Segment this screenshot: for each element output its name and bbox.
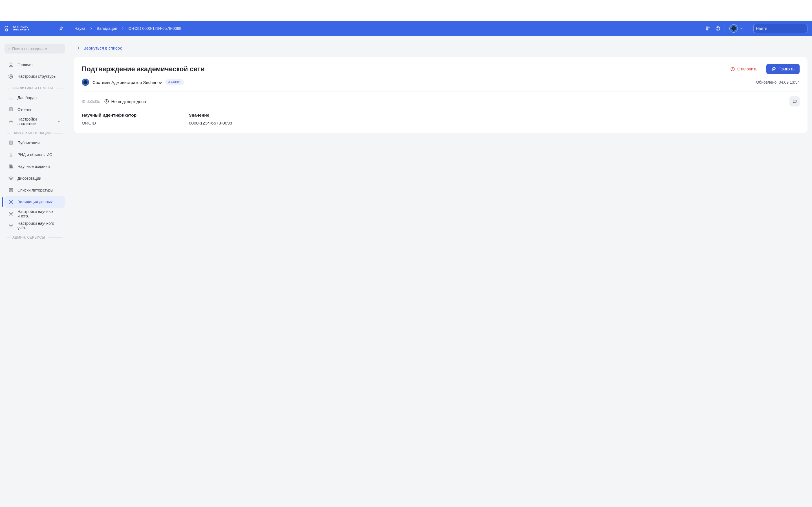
brand-logo[interactable]: Sechenov University [3, 24, 56, 33]
svg-point-20 [10, 121, 12, 122]
user-id-pill: AAA001 [165, 79, 184, 86]
sidebar-item-dashboards[interactable]: Дашборды [4, 92, 65, 104]
sidebar-item-home[interactable]: Главная [4, 59, 65, 70]
breadcrumb: Наука Валидация ORCID 0000-1234-6578-009… [74, 26, 181, 31]
chevron-right-icon [121, 27, 124, 30]
sidebar-item-journals[interactable]: Научные издания [4, 161, 65, 172]
record-id: ID db2cf3c [82, 100, 100, 104]
svg-point-13 [8, 48, 9, 49]
comment-icon [792, 99, 797, 104]
pin-sidebar-button[interactable] [56, 24, 66, 33]
chevron-down-icon [57, 119, 61, 123]
clock-icon [104, 99, 109, 104]
sidebar-item-label: Отчеты [17, 107, 31, 112]
top-bar: Sechenov University Наука Валидация ORCI… [0, 21, 812, 36]
chevron-right-icon [89, 27, 93, 30]
global-search-input[interactable] [756, 26, 805, 31]
svg-point-6 [707, 29, 708, 30]
comment-button[interactable] [790, 96, 800, 107]
gear-icon [8, 223, 13, 228]
award-icon [8, 152, 13, 157]
books-icon [8, 164, 13, 169]
svg-point-34 [732, 69, 733, 70]
updated-label: Обновлено: 04.09 13:54 [756, 80, 800, 84]
sidebar-item-bibliography[interactable]: Списки литературы [4, 184, 65, 196]
sliders-icon [705, 26, 710, 31]
help-icon [715, 26, 720, 31]
sidebar-item-label: Настройки научных инстр. [17, 209, 61, 218]
breadcrumb-item-3[interactable]: ORCID 0000-1234-6578-0098 [128, 26, 181, 31]
gear-icon [8, 211, 13, 216]
svg-point-31 [10, 225, 12, 226]
main-content: Вернуться в список Подтверждение академи… [69, 36, 812, 507]
page-title: Подтверждение академической сети [82, 65, 205, 73]
svg-point-8 [709, 27, 709, 27]
identifier-value: ORCID [82, 121, 166, 126]
book-icon [8, 140, 13, 145]
sidebar-section-analytics: АНАЛИТИКА И ОТЧЕТЫ [2, 82, 67, 92]
gear-icon [8, 119, 13, 124]
breadcrumb-item-1[interactable]: Наука [74, 26, 86, 31]
identifier-label: Научный идентификатор [82, 113, 166, 118]
sidebar-item-dissertations[interactable]: Диссертации [4, 172, 65, 184]
cap-icon [8, 176, 13, 181]
sidebar-item-label: Настройки научного учёта [17, 221, 61, 230]
logo-icon [3, 24, 11, 33]
sidebar-item-label: Диссертации [17, 176, 41, 180]
svg-rect-24 [11, 165, 13, 168]
user-avatar [82, 78, 89, 86]
sidebar-item-label: Публикации [17, 140, 40, 145]
reject-button[interactable]: Отклонить [725, 64, 762, 74]
validation-card: Подтверждение академической сети Отклони… [74, 57, 808, 133]
sidebar-item-science-tools-settings[interactable]: Настройки научных инстр. [4, 208, 65, 220]
svg-point-21 [10, 153, 12, 155]
sidebar-item-label: Списки литературы [17, 188, 53, 192]
accept-button[interactable]: Принять [766, 64, 800, 74]
help-button[interactable] [713, 23, 723, 34]
sidebar-item-structure-settings[interactable]: Настройки структуры [4, 70, 65, 82]
sidebar-item-publications[interactable]: Публикации [4, 137, 65, 149]
breadcrumb-item-2[interactable]: Валидация [97, 26, 117, 31]
sidebar-item-reports[interactable]: Отчеты [4, 104, 65, 115]
svg-point-4 [706, 27, 707, 28]
svg-point-1 [6, 29, 7, 31]
home-icon [8, 62, 13, 67]
brand-line2: University [13, 29, 30, 31]
settings-sliders-button[interactable] [703, 23, 713, 34]
global-search[interactable] [753, 24, 808, 33]
sidebar-item-label: Дашборды [17, 96, 37, 100]
sidebar-item-rid[interactable]: РИД и объекты ИС [4, 149, 65, 161]
avatar [729, 24, 738, 33]
status-badge: Не подтверждено [104, 99, 146, 104]
sidebar-item-label: РИД и объекты ИС [17, 152, 52, 157]
svg-point-15 [10, 76, 12, 77]
sidebar-item-label: Настройки структуры [17, 74, 56, 78]
list-icon [8, 187, 13, 193]
sidebar-search-input[interactable] [12, 47, 61, 51]
chevron-left-icon [77, 46, 81, 50]
svg-rect-23 [11, 165, 11, 168]
sidebar-item-label: Научные издания [17, 164, 50, 169]
svg-point-30 [10, 213, 12, 215]
sidebar-item-validation[interactable]: Валидация данных [4, 196, 65, 208]
sidebar-item-label: Валидация данных [17, 200, 53, 204]
value-label: Значение [189, 113, 273, 118]
sidebar-search[interactable] [4, 44, 65, 54]
alert-icon [730, 67, 735, 71]
sidebar-item-label: Главная [17, 62, 33, 67]
svg-rect-22 [9, 165, 10, 168]
check-badge-icon [771, 67, 776, 71]
back-link[interactable]: Вернуться в список [74, 44, 124, 52]
sidebar-section-science: НАУКА И ИННОВАЦИИ [2, 127, 67, 137]
gear-icon [8, 74, 13, 79]
sidebar-item-science-accounting-settings[interactable]: Настройки научного учёта [4, 220, 65, 231]
sidebar-section-admin: АДМИН. СЕРВИСЫ [2, 231, 67, 241]
gear-icon [8, 200, 13, 205]
user-menu[interactable] [729, 24, 744, 33]
dashboard-icon [8, 95, 13, 100]
sidebar-item-analytics-settings[interactable]: Настройки аналитики [4, 115, 65, 127]
pin-icon [59, 26, 64, 31]
user-name: Системы Администратор Sechenov [93, 80, 162, 85]
svg-point-29 [10, 202, 12, 203]
sidebar-item-label: Настройки аналитики [17, 117, 53, 126]
